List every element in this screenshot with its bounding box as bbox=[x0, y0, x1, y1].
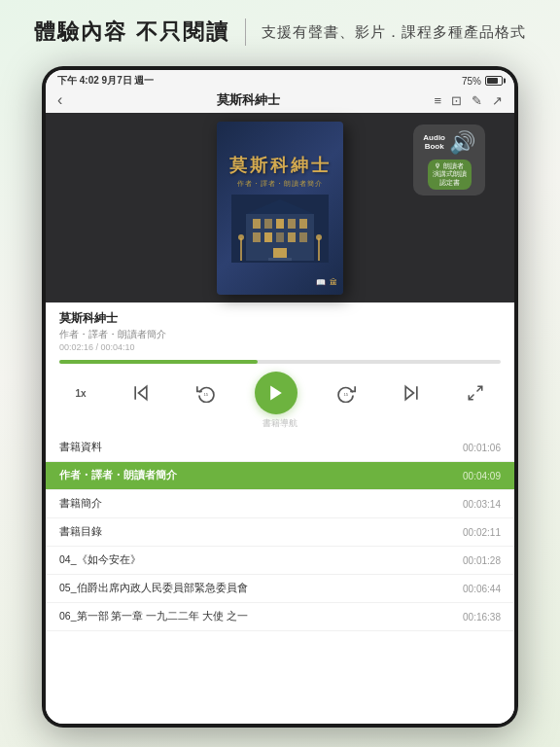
controls-area: 1x 15 bbox=[46, 366, 514, 434]
playlist-item[interactable]: 06_第一部 第一章 一九二二年 大使 之一 00:16:38 bbox=[46, 603, 514, 631]
svg-marker-22 bbox=[270, 386, 282, 401]
svg-rect-4 bbox=[264, 219, 272, 229]
svg-rect-10 bbox=[276, 232, 284, 242]
edit-icon[interactable]: ✎ bbox=[472, 93, 482, 108]
book-cover-subtitle: 作者・譯者・朗讀者簡介 bbox=[237, 179, 323, 189]
book-building-illustration bbox=[231, 195, 329, 263]
playlist-item-title: 06_第一部 第一章 一九二二年 大使 之一 bbox=[59, 610, 455, 623]
svg-text:15: 15 bbox=[203, 392, 208, 397]
playlist-item[interactable]: 05_伯爵出席內政人民委員部緊急委員會 00:06:44 bbox=[46, 575, 514, 603]
nav-icons: ≡ ⊡ ✎ ↗ bbox=[434, 93, 503, 108]
status-bar: 下午 4:02 9月7日 週一 75% bbox=[46, 70, 514, 89]
audio-ear-icon: 🔊 bbox=[449, 130, 475, 156]
svg-point-18 bbox=[316, 234, 322, 240]
skip-back-button[interactable] bbox=[125, 377, 157, 409]
cover-area: 莫斯科紳士 作者・譯者・朗讀者簡介 bbox=[46, 113, 514, 302]
skip-next-button[interactable] bbox=[396, 377, 427, 409]
playlist-item[interactable]: 作者・譯者・朗讀者簡介 00:04:09 bbox=[46, 462, 514, 490]
svg-line-27 bbox=[469, 395, 473, 400]
player-chapter: 作者・譯者・朗讀者簡介 bbox=[59, 328, 501, 341]
audio-book-label: AudioBook bbox=[423, 134, 445, 152]
playlist-item-title: 書籍目錄 bbox=[59, 525, 455, 539]
controls-label: 書籍導航 bbox=[59, 417, 501, 430]
controls-row: 1x 15 bbox=[59, 372, 501, 414]
svg-rect-8 bbox=[253, 232, 261, 242]
svg-line-26 bbox=[476, 386, 481, 391]
svg-marker-24 bbox=[405, 386, 413, 399]
svg-rect-3 bbox=[253, 219, 261, 229]
banner-left-text: 體驗內容 不只閱讀 bbox=[34, 18, 228, 47]
player-time: 00:02:16 / 00:04:10 bbox=[59, 342, 501, 352]
playlist-item-duration: 00:03:14 bbox=[463, 499, 501, 510]
playlist-item[interactable]: 書籍目錄 00:02:11 bbox=[46, 518, 514, 547]
audio-mic-badge: 🎙 朗讀者演講式朗讀認定書 bbox=[428, 160, 472, 190]
playlist-item-duration: 00:04:09 bbox=[463, 471, 501, 481]
playlist-item-duration: 00:06:44 bbox=[463, 584, 501, 594]
player-book-title: 莫斯科紳士 bbox=[59, 310, 501, 327]
back-button[interactable]: ‹ bbox=[57, 91, 62, 109]
playlist-item-duration: 00:02:11 bbox=[463, 527, 501, 538]
status-right: 75% bbox=[462, 76, 503, 87]
device-frame: 下午 4:02 9月7日 週一 75% ‹ 莫斯科紳士 ≡ ⊡ ✎ ↗ bbox=[42, 66, 518, 728]
status-time: 下午 4:02 9月7日 週一 bbox=[57, 74, 154, 88]
player-info: 莫斯科紳士 作者・譯者・朗讀者簡介 00:02:16 / 00:04:10 bbox=[46, 302, 514, 356]
signal-text: 75% bbox=[462, 76, 481, 87]
cover-logos: 📖 🏛 bbox=[316, 278, 337, 287]
playlist-item[interactable]: 書籍簡介 00:03:14 bbox=[46, 490, 514, 518]
progress-area[interactable] bbox=[46, 356, 514, 366]
playlist-area: 書籍資料 00:01:06 作者・譯者・朗讀者簡介 00:04:09 書籍簡介 … bbox=[46, 434, 514, 724]
svg-rect-7 bbox=[299, 219, 307, 229]
forward-button[interactable]: 15 bbox=[331, 377, 362, 409]
svg-rect-9 bbox=[264, 232, 272, 242]
battery-icon bbox=[485, 76, 503, 86]
svg-rect-6 bbox=[288, 219, 296, 229]
replay-button[interactable]: 15 bbox=[191, 377, 222, 409]
playlist-item-title: 書籍簡介 bbox=[59, 497, 455, 511]
speed-button[interactable]: 1x bbox=[69, 388, 92, 399]
play-button[interactable] bbox=[255, 372, 298, 414]
menu-icon[interactable]: ≡ bbox=[434, 93, 441, 108]
playlist-item-title: 05_伯爵出席內政人民委員部緊急委員會 bbox=[59, 582, 455, 595]
share-icon[interactable]: ↗ bbox=[492, 93, 503, 108]
svg-rect-11 bbox=[288, 232, 296, 242]
playlist-item-duration: 00:01:06 bbox=[463, 443, 501, 453]
playlist-item[interactable]: 書籍資料 00:01:06 bbox=[46, 434, 514, 462]
playlist-item-title: 作者・譯者・朗讀者簡介 bbox=[59, 469, 455, 482]
playlist-item[interactable]: 04_《如今安在》 00:01:28 bbox=[46, 547, 514, 575]
playlist-item-title: 書籍資料 bbox=[59, 441, 455, 454]
progress-bar-fill bbox=[59, 360, 258, 364]
nav-bar: ‹ 莫斯科紳士 ≡ ⊡ ✎ ↗ bbox=[46, 89, 514, 113]
svg-text:15: 15 bbox=[344, 392, 349, 397]
svg-point-16 bbox=[238, 234, 244, 240]
playlist-item-duration: 00:16:38 bbox=[463, 612, 501, 622]
svg-rect-5 bbox=[276, 219, 284, 229]
playlist-item-duration: 00:01:28 bbox=[463, 555, 501, 566]
banner-right-text: 支援有聲書、影片．課程多種產品格式 bbox=[262, 23, 526, 42]
audio-badge-top: AudioBook 🔊 bbox=[423, 130, 475, 156]
top-banner: 體驗內容 不只閱讀 支援有聲書、影片．課程多種產品格式 bbox=[0, 0, 560, 58]
svg-rect-12 bbox=[299, 232, 307, 242]
book-cover: 莫斯科紳士 作者・譯者・朗讀者簡介 bbox=[217, 122, 343, 295]
nav-title: 莫斯科紳士 bbox=[217, 91, 280, 109]
banner-divider bbox=[245, 18, 246, 46]
cover-logo-2: 🏛 bbox=[330, 278, 337, 287]
device-screen: 下午 4:02 9月7日 週一 75% ‹ 莫斯科紳士 ≡ ⊡ ✎ ↗ bbox=[46, 70, 514, 724]
bookmark-icon[interactable]: ⊡ bbox=[451, 93, 462, 108]
book-cover-title: 莫斯科紳士 bbox=[229, 154, 332, 177]
audio-badge: AudioBook 🔊 🎙 朗讀者演講式朗讀認定書 bbox=[413, 124, 485, 196]
progress-bar-background[interactable] bbox=[59, 360, 501, 364]
playlist-item-title: 04_《如今安在》 bbox=[59, 553, 455, 567]
expand-button[interactable] bbox=[460, 377, 491, 409]
cover-logo-1: 📖 bbox=[316, 278, 326, 287]
svg-rect-14 bbox=[268, 258, 292, 261]
svg-marker-19 bbox=[139, 386, 147, 399]
